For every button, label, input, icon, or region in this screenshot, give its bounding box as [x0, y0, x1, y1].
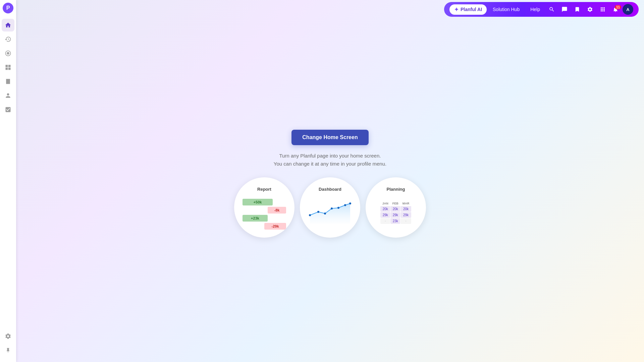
planning-month-feb: FEB [390, 201, 400, 206]
apps-icon[interactable] [597, 4, 608, 14]
planning-row-1: 20k 20k 20k [380, 206, 412, 212]
announcements-icon[interactable] [559, 4, 570, 14]
svg-point-6 [337, 207, 339, 209]
svg-text:P: P [6, 5, 10, 11]
report-title: Report [257, 187, 271, 192]
report-row-2: -8k [243, 207, 286, 214]
planful-ai-button[interactable]: ✦ Planful AI [449, 4, 487, 15]
sidebar-bottom [2, 330, 14, 357]
dashboard-title: Dashboard [319, 187, 341, 192]
svg-point-8 [349, 202, 351, 204]
planful-ai-label: Planful AI [461, 7, 482, 12]
planning-table: JAN FEB MAR 20k 20k 20k [380, 201, 412, 224]
help-link[interactable]: Help [526, 5, 545, 14]
sidebar-item-settings[interactable] [2, 330, 14, 343]
dashboard-chart [307, 195, 354, 225]
search-icon[interactable] [546, 4, 557, 14]
dashboard-preview[interactable]: Dashboard [300, 177, 360, 238]
sidebar-item-reports[interactable] [2, 75, 14, 88]
svg-point-2 [309, 214, 311, 216]
sidebar-pin-icon[interactable] [2, 344, 14, 357]
subtitle-line2: You can change it at any time in your pr… [274, 160, 386, 168]
report-bar-negative-1: -8k [268, 207, 286, 214]
solution-hub-link[interactable]: Solution Hub [488, 5, 524, 14]
report-content: +50k -8k +23k -29k [243, 199, 286, 230]
app-logo[interactable]: P [3, 3, 13, 13]
top-navigation: ✦ Planful AI Solution Hub Help 11 A [0, 0, 644, 19]
center-content: Change Home Screen Turn any Planful page… [234, 130, 426, 238]
notification-badge: 11 [615, 5, 621, 9]
report-row-1: +50k [243, 199, 286, 205]
sidebar-item-users[interactable] [2, 89, 14, 102]
bookmarks-icon[interactable] [572, 4, 583, 14]
report-row-4: -29k [243, 223, 286, 230]
notifications-icon[interactable]: 11 [610, 4, 621, 14]
sidebar-item-grid[interactable] [2, 61, 14, 74]
subtitle-text: Turn any Planful page into your home scr… [274, 152, 386, 168]
planning-row-2: 29k 29k 29k [380, 212, 412, 218]
report-row-3: +23k [243, 215, 286, 222]
planning-month-jan: JAN [380, 201, 390, 206]
report-bar-negative-2: -29k [264, 223, 286, 230]
main-content: Change Home Screen Turn any Planful page… [16, 0, 644, 362]
report-preview[interactable]: Report +50k -8k +23k -29k [234, 177, 294, 238]
svg-point-7 [344, 204, 346, 206]
sidebar-item-tasks[interactable] [2, 103, 14, 116]
planning-title: Planning [387, 187, 405, 192]
settings-icon[interactable] [584, 4, 596, 14]
preview-row: Report +50k -8k +23k -29k [234, 177, 426, 238]
report-bar-positive-2: +23k [243, 215, 268, 222]
change-home-screen-button[interactable]: Change Home Screen [291, 130, 368, 145]
topnav-right-group: ✦ Planful AI Solution Hub Help 11 A [444, 2, 639, 17]
sidebar-item-target[interactable] [2, 47, 14, 60]
sidebar-item-history[interactable] [2, 33, 14, 46]
planning-table-wrapper: JAN FEB MAR 20k 20k 20k [380, 201, 412, 224]
svg-point-4 [324, 213, 326, 215]
planning-month-mar: MAR [400, 201, 412, 206]
sidebar-item-home[interactable] [2, 19, 14, 32]
svg-point-3 [317, 211, 319, 213]
sidebar: P [0, 0, 16, 362]
sparkle-icon: ✦ [454, 6, 459, 13]
planning-row-3: · 23k · [380, 218, 412, 224]
report-bar-positive-1: +50k [243, 199, 273, 205]
planning-preview[interactable]: Planning JAN FEB MAR 20k [366, 177, 426, 238]
svg-point-5 [331, 207, 333, 209]
subtitle-line1: Turn any Planful page into your home scr… [274, 152, 386, 160]
user-avatar[interactable]: A [623, 4, 633, 15]
